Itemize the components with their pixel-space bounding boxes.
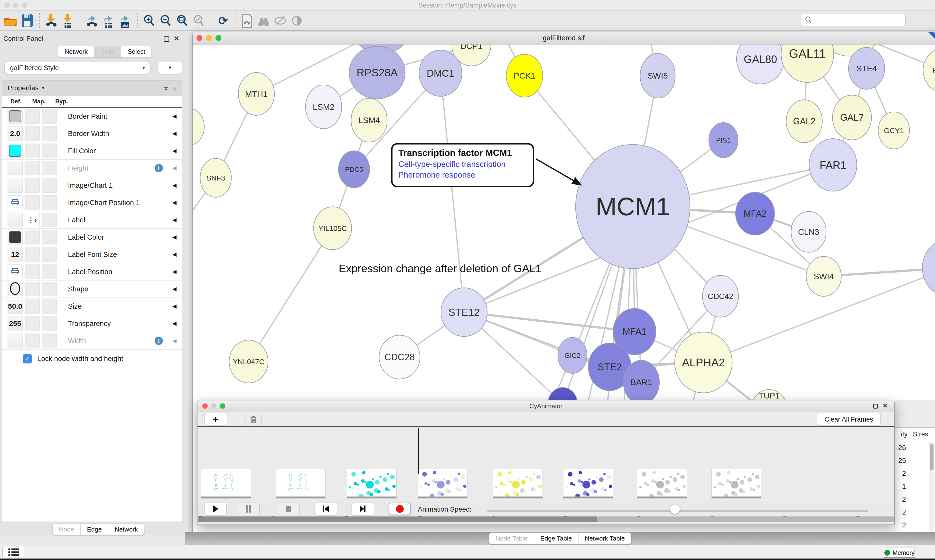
timeline-scrollbar[interactable] (198, 517, 894, 522)
default-value-cell[interactable] (8, 178, 23, 193)
mapping-cell[interactable] (25, 126, 40, 141)
network-node-mth1[interactable]: MTH1 (238, 72, 275, 115)
network-node-rps28a[interactable]: RPS28A (349, 46, 405, 99)
import-table-button[interactable] (60, 13, 76, 29)
default-value-cell[interactable] (8, 282, 23, 296)
table-header-stress[interactable]: Stres (913, 431, 928, 438)
tab-select[interactable]: Select (121, 46, 151, 57)
network-node-cdc42[interactable]: CDC42 (702, 275, 739, 317)
play-button[interactable] (204, 503, 227, 515)
network-node-ste4[interactable]: STE4 (849, 48, 885, 89)
expand-row-icon[interactable]: ◀ (173, 234, 176, 240)
table-scrollbar-thumb[interactable] (930, 444, 933, 471)
minimize-icon[interactable] (211, 403, 216, 409)
bypass-cell[interactable] (42, 316, 57, 331)
expand-row-icon[interactable]: ◀ (173, 320, 176, 327)
table-header-ity[interactable]: ity (895, 431, 907, 438)
network-node-alpha2[interactable]: ALPHA2 (675, 332, 732, 393)
default-value-cell[interactable] (8, 212, 23, 227)
playhead[interactable] (418, 428, 419, 474)
network-node-hap2[interactable]: HAP2 (923, 48, 935, 92)
network-node-dmc1[interactable]: DMC1 (419, 50, 462, 96)
tab-style[interactable]: Style (94, 46, 121, 57)
mapping-cell[interactable] (25, 178, 40, 193)
bypass-cell[interactable] (42, 299, 57, 314)
search-box[interactable] (801, 14, 906, 26)
float-panel-icon[interactable]: ▢ (873, 402, 878, 409)
import-network-button[interactable] (44, 13, 59, 29)
style-select[interactable]: galFiltered Style ▾ (5, 62, 150, 74)
network-node-mcm1[interactable]: MCM1 (576, 145, 690, 269)
zoom-selected-button[interactable] (191, 13, 207, 29)
table-cell[interactable]: 1 (895, 482, 906, 491)
zoom-in-button[interactable] (142, 13, 157, 29)
close-panel-icon[interactable]: ✕ (174, 35, 179, 43)
frame-thumbnail-2[interactable] (276, 469, 326, 498)
network-node-pck1[interactable]: PCK1 (506, 54, 543, 97)
bypass-cell[interactable] (42, 109, 57, 123)
pause-button[interactable] (237, 503, 259, 515)
timeline-scrollbar-thumb[interactable] (198, 517, 597, 522)
frame-thumbnail-1[interactable] (201, 469, 251, 498)
cyanimator-titlebar[interactable]: CyAnimator ▢ ✕ (197, 400, 894, 412)
network-file-button[interactable] (239, 13, 255, 29)
annotation-box[interactable]: Transcription factor MCM1 Cell-type-spec… (391, 143, 534, 187)
zoom-out-button[interactable] (158, 13, 173, 29)
network-node-swi4[interactable]: SWI4 (806, 256, 841, 296)
tab-node[interactable]: Node (52, 524, 80, 535)
table-cell[interactable]: 2 (895, 469, 906, 477)
network-node-far1[interactable]: FAR1 (809, 138, 857, 191)
expand-row-icon[interactable]: ◀ (173, 338, 176, 344)
network-node-ste12[interactable]: STE12 (441, 288, 487, 337)
expand-row-icon[interactable]: ◀ (173, 269, 176, 275)
mapping-cell[interactable] (25, 161, 40, 175)
table-cell[interactable]: 2 (895, 508, 906, 516)
hide-button[interactable] (273, 13, 288, 29)
bypass-cell[interactable] (42, 247, 57, 262)
annotation-link-1[interactable]: Cell-type-specific transcription (398, 160, 527, 169)
network-node-cln3[interactable]: CLN3 (791, 211, 826, 252)
network-node-gal2[interactable]: GAL2 (786, 100, 822, 143)
export-table-button[interactable] (101, 13, 116, 29)
open-file-button[interactable] (3, 13, 18, 29)
go-to-end-button[interactable] (352, 503, 374, 515)
export-image-button[interactable] (117, 13, 133, 29)
expand-row-icon[interactable]: ◀ (173, 217, 176, 223)
annotation-link-2[interactable]: Pheromone response (398, 170, 527, 180)
add-frame-button[interactable]: + (204, 413, 227, 425)
mapping-cell[interactable] (25, 247, 40, 262)
expand-row-icon[interactable]: ◀ (173, 251, 176, 258)
bypass-cell[interactable] (42, 334, 57, 348)
mapping-cell[interactable] (25, 195, 40, 210)
delete-frame-button[interactable] (245, 414, 262, 425)
network-node-gic2[interactable]: GIC2 (558, 337, 587, 374)
bypass-cell[interactable] (42, 265, 57, 279)
network-node-gal11[interactable]: GAL11 (781, 45, 834, 83)
expand-row-icon[interactable]: ◀ (173, 303, 176, 309)
expand-row-icon[interactable]: ◀ (173, 148, 176, 154)
default-value-cell[interactable]: 12 (8, 247, 23, 262)
default-value-cell[interactable]: 255 (8, 316, 23, 331)
expand-row-icon[interactable]: ◀ (173, 182, 176, 189)
network-node-slt2[interactable]: SLT2 (922, 239, 935, 297)
style-options-button[interactable]: ▾ (158, 62, 182, 74)
expand-all-icon[interactable]: ⩔ (164, 84, 168, 92)
default-value-cell[interactable] (8, 195, 23, 210)
expand-row-icon[interactable]: ◀ (173, 113, 176, 120)
mapping-cell[interactable]: ⋮› (25, 212, 40, 227)
network-node-lsm2[interactable]: LSM2 (305, 85, 342, 129)
window-minimize-button[interactable] (13, 2, 19, 8)
mapping-cell[interactable] (25, 282, 40, 296)
mapping-cell[interactable] (25, 316, 40, 331)
network-node-lsm4[interactable]: LSM4 (351, 98, 387, 142)
network-node-gcy1[interactable]: GCY1 (878, 112, 909, 149)
frame-thumbnail-3[interactable] (347, 469, 397, 498)
expand-row-icon[interactable]: ◀ (173, 165, 176, 171)
export-network-button[interactable] (85, 13, 100, 29)
table-cell[interactable]: 2 (895, 521, 906, 529)
mapping-cell[interactable] (25, 299, 40, 314)
network-node-snf3[interactable]: SNF3 (200, 158, 231, 197)
mapping-cell[interactable] (25, 334, 40, 348)
default-value-cell[interactable] (8, 143, 23, 158)
info-icon[interactable]: i (154, 164, 163, 172)
